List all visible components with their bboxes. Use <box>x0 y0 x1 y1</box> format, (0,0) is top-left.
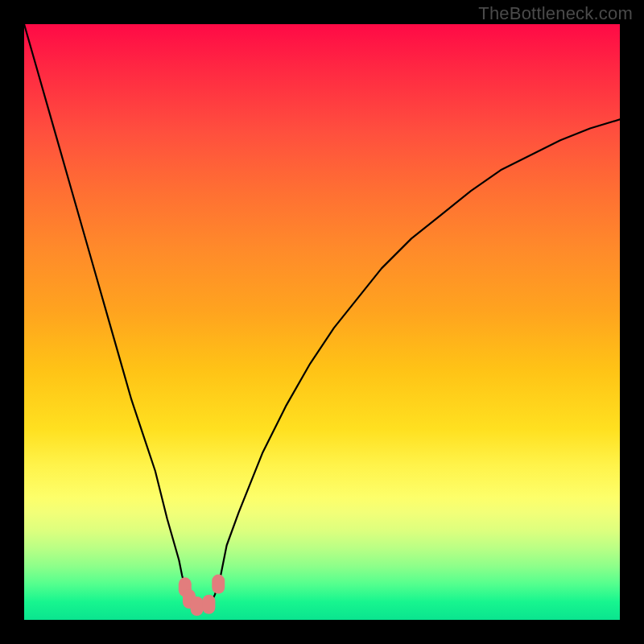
watermark-label: TheBottleneck.com <box>478 3 633 24</box>
bottleneck-curve <box>24 24 620 607</box>
chart-outer-frame <box>0 0 644 644</box>
curve-layer <box>24 24 620 620</box>
valley-left-marker <box>191 597 204 616</box>
right-marker-marker <box>212 575 225 594</box>
valley-right-marker <box>202 595 215 614</box>
plot-area <box>24 24 620 620</box>
